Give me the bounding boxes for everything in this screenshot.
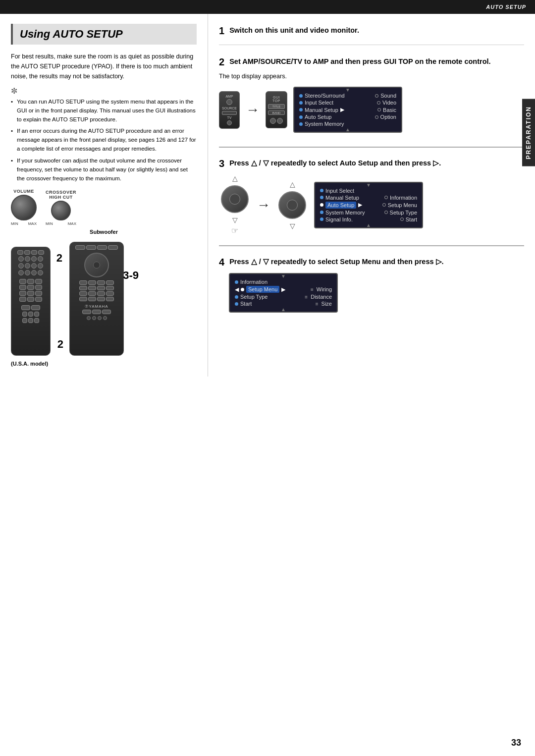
step2-heading: 2 Set AMP/SOURCE/TV to AMP and then pres… (219, 55, 524, 69)
remote-btn (38, 263, 43, 269)
gui-dot-video (377, 101, 380, 105)
tip-icon: ✼ (11, 86, 197, 96)
left-remote (11, 247, 51, 356)
step4-num: 4 (219, 257, 224, 268)
gui-text-stereo: Stereo/Surround (305, 93, 345, 99)
gui-item-s3-auto: Auto Setup ▶ (320, 202, 362, 209)
right-remote: ⑦YAMAHA (69, 242, 124, 356)
remote-btn (88, 291, 96, 296)
arrow-icon-2: → (257, 197, 270, 213)
remote-btn (25, 270, 30, 275)
gui-item-manual: Manual Setup ▶ (299, 107, 344, 113)
step2-text: Set AMP/SOURCE/TV to AMP and then press … (229, 57, 490, 65)
remote-btn (88, 297, 96, 301)
gui-text-s4-size: Size (321, 301, 332, 307)
bullet-item: You can run AUTO SETUP using the system … (11, 98, 197, 124)
gui-item-s3-setuptype: Setup Type (384, 210, 417, 216)
remote-btn (106, 280, 114, 285)
gui-row-s3-2: Manual Setup Information (320, 195, 417, 201)
gui-text-s3-start: Start (406, 216, 417, 222)
gui-text-s3-sysmem: System Memory (325, 210, 365, 216)
source-btn (222, 111, 237, 115)
gui-row-s3-3: Auto Setup ▶ Setup Menu (320, 202, 417, 209)
remote-number-2-bottom: 2 (57, 338, 63, 351)
btn-row-r4 (79, 297, 114, 301)
remote-btn (35, 279, 42, 284)
step1-heading: 1 Switch on this unit and video monitor. (219, 24, 524, 38)
gui-item-s4-setuptype: Setup Type (235, 294, 268, 300)
remote-btn (106, 291, 114, 296)
top-bar: AUTO SETUP (0, 0, 535, 14)
remote-btn (79, 286, 87, 290)
crossover-dial-container: CROSSOVERHIGH CUT MIN MAX (46, 190, 76, 226)
step1-text: Switch on this unit and video monitor. (229, 26, 359, 34)
gui-item-s4-distance: ≡ Distance (305, 294, 332, 300)
remote-btn (27, 285, 34, 290)
gui-arrow-s4: ▶ (281, 286, 285, 293)
right-column: 1 Switch on this unit and video monitor.… (208, 14, 535, 377)
step2-subtext: The top display appears. (219, 73, 524, 80)
remote-btn (97, 291, 105, 296)
gui-dot-sound (375, 94, 378, 98)
arrow-down-2: ▽ (290, 222, 295, 230)
remote-btn (108, 245, 118, 250)
gui-dot-s3-setuptype (384, 211, 388, 214)
gui-text-s3-input: Input Select (325, 188, 354, 194)
amp-btn (226, 99, 232, 105)
remote-number-39: 3-9 (123, 269, 139, 282)
nav-outer-1 (221, 185, 249, 213)
remote-btn (31, 270, 37, 275)
gui-arrow-manual: ▶ (340, 107, 344, 113)
gui-item-s3-signal: Signal Info. (320, 216, 353, 222)
remote-btn (88, 286, 96, 290)
volume-dial (11, 195, 37, 220)
gui-item-s3-input: Input Select (320, 188, 354, 194)
page-title: Using AUTO SETUP (11, 24, 197, 45)
nav-circle-area (84, 253, 109, 277)
gui-text-manual: Manual Setup (305, 107, 338, 113)
remote-btn (79, 297, 87, 301)
remote-btn (97, 297, 105, 301)
gui-item-s4-start: Start (235, 301, 252, 307)
btn-row-r5 (82, 310, 111, 314)
step4-diagram: Information ◀ Setup Menu ▶ ≡ W (229, 273, 524, 313)
nav-outer-2 (278, 191, 306, 219)
btn-row-10 (22, 312, 39, 317)
step3-heading: 3 Press △ / ▽ repeatedly to select Auto … (219, 157, 524, 170)
gui-row-s4-3: Setup Type ≡ Distance (235, 294, 332, 300)
gui-dot-manual (299, 108, 303, 111)
arrow-down-1: ▽ (232, 216, 238, 224)
page-number: 33 (511, 738, 521, 748)
gui-dot-stereo (299, 94, 303, 98)
gui-dot-s3-manual (320, 196, 323, 199)
nav-wrapper-2 (278, 191, 306, 219)
gui-item-s4-info: Information (235, 279, 268, 285)
volume-label: VOLUME (13, 189, 34, 194)
remote-btn (98, 316, 102, 320)
gui-item-stereo: Stereo/Surround (299, 93, 345, 99)
usa-model-label: (U.S.A. model) (11, 361, 197, 367)
title-small-btn2 (277, 118, 283, 124)
right-remote-wrapper: ⑦YAMAHA 3-9 (69, 242, 124, 356)
gui-dot-s4-info (235, 280, 238, 284)
crossover-label: CROSSOVERHIGH CUT (46, 190, 76, 200)
band-btn: BAND (268, 110, 285, 115)
gui-item-option: Option (375, 114, 396, 120)
remote-btn (21, 305, 30, 310)
remote-btn (35, 291, 42, 296)
source-label: SOURCE (222, 107, 237, 110)
remote-btn (38, 256, 43, 262)
finger-icon-1: ☞ (231, 226, 238, 235)
step2-num: 2 (219, 56, 224, 67)
step2-diagram: AMP SOURCE TV → GUI TOP TITLE BAND (219, 83, 524, 137)
gui-text-s4-setuptype: Setup Type (240, 294, 268, 300)
remote-btn (97, 280, 105, 285)
gui-dot-s3-sysmem (320, 211, 323, 214)
nav-inner-2 (287, 200, 298, 211)
gui-dash-size: ≡ (316, 301, 319, 307)
remote-btn (35, 285, 42, 290)
gui-dot-option (375, 115, 378, 119)
gui-dot-s4-start (235, 302, 238, 306)
gui-text-s3-setuptype: Setup Type (390, 210, 417, 216)
gui-item-input: Input Select (299, 100, 333, 106)
